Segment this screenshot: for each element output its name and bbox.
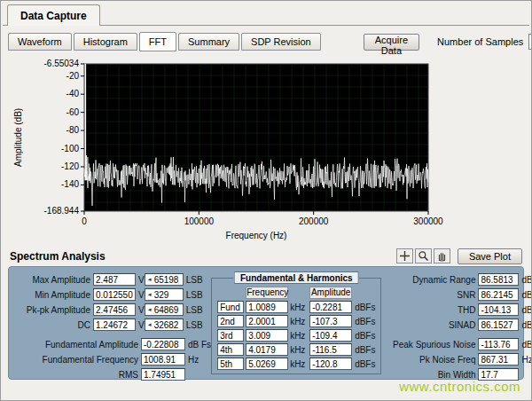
svg-text:-140: -140 <box>61 179 79 189</box>
spectrum-analysis-header: Spectrum Analysis <box>3 247 529 265</box>
field-unit: Hz <box>521 355 532 365</box>
field-label: Min Amplitude <box>16 290 90 300</box>
field-unit: LSB <box>186 320 203 330</box>
peak-spurious-noise-display: -113.76 <box>478 338 519 350</box>
field-unit: dB Fs <box>188 340 211 350</box>
rms-display: 1.74951 <box>141 368 185 381</box>
pkpk-amplitude-volts-display: 2.47456 <box>93 303 136 316</box>
field-unit: V <box>138 275 145 285</box>
field-label: Max Amplitude <box>16 275 90 285</box>
max-amplitude-lsb-display: ◄65198 <box>145 273 184 286</box>
field-unit: dBFs <box>355 331 375 341</box>
svg-text:-168.944: -168.944 <box>44 206 80 216</box>
lsb-value: 329 <box>154 290 169 300</box>
spinner-left-icon[interactable]: ◄ <box>147 292 153 297</box>
field-label: Fundamental Amplitude <box>16 340 138 350</box>
field-unit: V <box>138 290 145 300</box>
harmonic-row-2nd: 2nd 2.0001 kHz -107.3 dBFs <box>217 315 375 327</box>
field-label: Dynamic Range <box>381 275 475 285</box>
tab-histogram[interactable]: Histogram <box>74 33 137 51</box>
x-axis-title: Frequency (Hz) <box>84 231 428 240</box>
amplitude-column-header: Amplitude <box>309 287 352 299</box>
field-unit: dBFs <box>355 317 375 326</box>
field-row: SINAD 86.1527 dB <box>381 318 532 331</box>
field-label: Pk-pk Amplitude <box>16 305 90 315</box>
tab-sdp-revision[interactable]: SDP Revision <box>241 33 321 51</box>
harmonic-row-4th: 4th 4.0179 kHz -116.5 dBFs <box>217 343 375 356</box>
harmonic-frequency-display: 5.0269 <box>246 358 288 370</box>
field-label: THD <box>381 305 475 315</box>
harmonic-name: 3rd <box>217 329 244 342</box>
metrics-column: Dynamic Range 86.5813 dB SNR 86.2145 dB … <box>381 273 532 375</box>
harmonics-header-row: Frequency Amplitude <box>217 287 375 299</box>
pk-noise-freq-display: 867.31 <box>478 353 519 366</box>
spinner-left-icon[interactable]: ◄ <box>147 322 153 327</box>
fundamental-frequency-display: 1008.91 <box>141 353 185 366</box>
harmonic-row-fund: Fund 1.0089 kHz -0.2281 dBFs <box>217 301 375 313</box>
watermark: www.cntronics.com <box>399 379 520 394</box>
field-row: DC 1.24672 V ◄32682 LSB <box>16 318 211 331</box>
max-amplitude-volts-display: 2.487 <box>93 273 136 286</box>
tab-summary[interactable]: Summary <box>178 33 239 51</box>
fft-plot[interactable]: -6.55034-20-40-60-80-100-120-140-168.944… <box>10 55 528 232</box>
svg-text:300000: 300000 <box>413 216 443 226</box>
field-row: RMS 1.74951 <box>16 368 211 381</box>
harmonic-amplitude-display: -116.5 <box>309 343 352 356</box>
zoom-icon <box>418 250 429 262</box>
field-row: Pk-pk Amplitude 2.47456 V ◄64869 LSB <box>16 303 211 316</box>
harmonic-row-5th: 5th 5.0269 kHz -120.8 dBFs <box>217 358 375 370</box>
tab-label: SDP Revision <box>251 36 311 47</box>
tab-data-capture[interactable]: Data Capture <box>7 4 100 26</box>
harmonic-frequency-display: 1.0089 <box>246 301 288 313</box>
field-label: Peak Spurious Noise <box>381 340 475 350</box>
spinner-left-icon[interactable]: ◄ <box>147 277 153 282</box>
samples-value[interactable]: 32768 <box>528 34 532 50</box>
pan-hand-icon <box>436 250 448 262</box>
svg-text:-100: -100 <box>61 144 79 153</box>
min-amplitude-volts-display: 0.012550 <box>93 288 136 301</box>
spinner-left-icon[interactable]: ◄ <box>147 307 153 312</box>
svg-text:-6.55034: -6.55034 <box>44 59 80 68</box>
harmonic-frequency-display: 2.0001 <box>246 315 288 327</box>
pan-tool-button[interactable] <box>434 248 450 263</box>
field-unit: dB <box>521 275 532 285</box>
frequency-column-header: Frequency <box>246 287 288 299</box>
svg-text:100000: 100000 <box>184 216 215 226</box>
thd-display: -104.13 <box>478 303 519 316</box>
svg-text:-20: -20 <box>66 71 80 81</box>
field-unit: kHz <box>290 345 308 355</box>
field-row: Fundamental Frequency 1008.91 Hz <box>16 353 211 366</box>
harmonic-amplitude-display: -0.2281 <box>309 301 352 313</box>
window-frame: Waveform Histogram FFT Summary SDP Revis… <box>3 25 529 398</box>
crosshair-tool-button[interactable] <box>396 248 413 263</box>
lsb-value: 32682 <box>154 320 179 330</box>
zoom-tool-button[interactable] <box>415 248 432 263</box>
tab-label: Waveform <box>18 36 62 47</box>
field-unit: kHz <box>290 359 308 369</box>
field-row: Pk Noise Freq 867.31 Hz <box>381 353 532 366</box>
acquire-data-button[interactable]: Acquire Data <box>364 34 419 51</box>
fundamental-harmonics-group: Fundamental & Harmonics Frequency Amplit… <box>211 278 381 374</box>
field-row: Fundamental Amplitude -0.22808 dB Fs <box>16 338 211 350</box>
crosshair-icon <box>399 250 411 262</box>
lsb-value: 64869 <box>154 305 179 315</box>
harmonic-frequency-display: 3.009 <box>246 329 288 342</box>
tab-strip: Waveform Histogram FFT Summary SDP Revis… <box>8 32 524 51</box>
tab-fft[interactable]: FFT <box>139 32 176 51</box>
harmonic-name: 2nd <box>217 315 244 327</box>
tab-waveform[interactable]: Waveform <box>8 33 72 51</box>
samples-combo[interactable]: 32768 ▼ <box>528 34 532 50</box>
save-plot-button[interactable]: Save Plot <box>458 248 522 264</box>
field-label: SNR <box>381 290 475 300</box>
tab-label: FFT <box>149 36 167 47</box>
svg-text:200000: 200000 <box>299 216 329 226</box>
dc-volts-display: 1.24672 <box>93 318 136 331</box>
field-unit: kHz <box>290 331 308 341</box>
field-label: RMS <box>16 370 138 380</box>
svg-text:-60: -60 <box>66 107 80 117</box>
harmonics-group-title: Fundamental & Harmonics <box>234 271 359 284</box>
field-unit: V <box>138 305 145 315</box>
harmonic-name: 5th <box>217 358 244 370</box>
data-capture-window: Data Capture Waveform Histogram FFT Summ… <box>0 0 532 401</box>
field-unit: dBFs <box>355 345 375 355</box>
